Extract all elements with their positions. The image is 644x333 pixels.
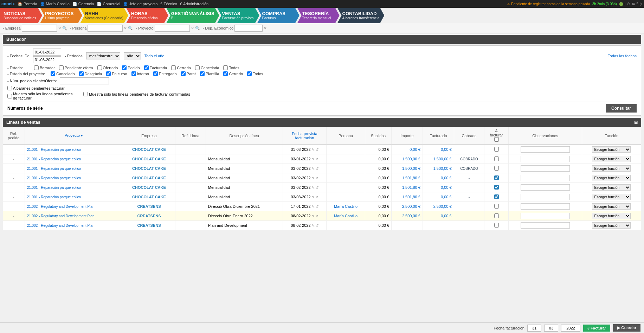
funcion-select[interactable]: Escoger funciónOpción 1Opción 2 <box>592 165 631 172</box>
cell-funcion[interactable]: Escoger funciónOpción 1Opción 2 <box>582 154 641 164</box>
cb-cancelada[interactable]: Cancelada <box>195 65 219 70</box>
nav-comercial[interactable]: 📄 Comercial <box>97 2 120 6</box>
cell-observaciones[interactable] <box>509 164 582 173</box>
col-a-facturar[interactable]: Afacturar <box>484 127 509 145</box>
export-icon[interactable]: ⊞ <box>634 120 638 125</box>
cell-persona[interactable]: María Castillo <box>327 211 365 221</box>
cb-cancelado[interactable]: Cancelado <box>51 71 75 76</box>
cell-a-facturar[interactable] <box>484 211 509 221</box>
nav-administracion[interactable]: € Administración <box>180 2 208 6</box>
cell-empresa[interactable]: CREATSENS <box>123 211 175 221</box>
cb-interno-input[interactable] <box>131 71 136 76</box>
a-facturar-checkbox[interactable] <box>494 185 499 190</box>
col-persona[interactable]: Persona <box>327 127 365 145</box>
tab-gestion[interactable]: GESTIÓN/ANÁLISIS BI <box>166 8 219 23</box>
obs-input[interactable] <box>521 165 570 172</box>
tab-ventas[interactable]: VENTAS Facturación prevista <box>217 8 259 23</box>
nav-jefe[interactable]: 👤 Jefe de proyecto <box>123 2 157 6</box>
obs-input[interactable] <box>521 184 570 191</box>
cell-empresa[interactable]: CHOCOLAT CAKE <box>123 154 175 164</box>
cell-observaciones[interactable] <box>509 202 582 211</box>
proyecto-clear[interactable]: ✕ <box>191 26 194 31</box>
col-funcion[interactable]: Función <box>582 127 641 145</box>
cell-empresa[interactable]: CHOCOLAT CAKE <box>123 173 175 183</box>
cell-observaciones[interactable] <box>509 221 582 230</box>
cb-parat[interactable]: Parat <box>181 71 196 76</box>
col-ref-linea[interactable]: Ref. Línea <box>175 127 206 145</box>
cb-pedido-input[interactable] <box>122 65 127 70</box>
nav-portada[interactable]: 🏠 Portada <box>18 2 37 6</box>
cb-facturada[interactable]: Facturada <box>144 65 167 70</box>
tab-rrhh[interactable]: RRHH Vacaciones (Calendario) <box>80 8 128 23</box>
cell-observaciones[interactable] <box>509 183 582 192</box>
col-importe[interactable]: Importe <box>392 127 423 145</box>
funcion-select[interactable]: Escoger funciónOpción 1Opción 2 <box>592 175 631 181</box>
cb-plantilla[interactable]: Plantilla <box>200 71 219 76</box>
cell-proyecto[interactable]: 21.001 - Reparación parque eolico <box>25 164 123 173</box>
edit-icon[interactable]: ✎ <box>312 176 315 180</box>
col-ref-pedido[interactable]: Ref.pedido <box>3 127 25 145</box>
history-icon[interactable]: ↺ <box>316 176 318 180</box>
col-cobrado[interactable]: Cobrado <box>454 127 484 145</box>
cb-cerrada-input[interactable] <box>171 65 176 70</box>
cb-en-curso-input[interactable] <box>106 71 111 76</box>
cb-facturada-input[interactable] <box>144 65 149 70</box>
cb-pedido[interactable]: Pedido <box>122 65 140 70</box>
funcion-select[interactable]: Escoger funciónOpción 1Opción 2 <box>592 146 631 153</box>
tab-contabilidad[interactable]: CONTABILIDAD Albaranes transferencia <box>337 8 385 23</box>
cb-borrador[interactable]: Borrador <box>34 65 55 70</box>
cell-proyecto[interactable]: 21.001 - Reparación parque eolico <box>25 145 123 154</box>
history-icon[interactable]: ↺ <box>316 205 318 209</box>
empresa-input[interactable] <box>22 25 57 32</box>
nav-gerencia[interactable]: 📄 Gerencia <box>72 2 94 6</box>
cell-funcion[interactable]: Escoger funciónOpción 1Opción 2 <box>582 211 641 221</box>
cell-proyecto[interactable]: 21.001 - Reparación parque eolico <box>25 192 123 202</box>
cb-ofertado[interactable]: Ofertado <box>97 65 118 70</box>
history-icon[interactable]: ↺ <box>316 186 318 190</box>
tab-noticias[interactable]: NOTICIAS Buscador de noticias <box>0 8 42 23</box>
cb-desgracia-input[interactable] <box>79 71 84 76</box>
albaran-checkbox-label[interactable]: Albaranes pendientes facturar <box>7 86 65 90</box>
cb-todos[interactable]: Todos <box>223 65 239 70</box>
cell-funcion[interactable]: Escoger funciónOpción 1Opción 2 <box>582 173 641 183</box>
cell-proyecto[interactable]: 21.002 - Regulatory and Development Plan <box>25 202 123 211</box>
cell-a-facturar[interactable] <box>484 145 509 154</box>
periodo-select[interactable]: mes/trimestre <box>86 52 120 59</box>
edit-icon[interactable]: ✎ <box>312 214 315 218</box>
proyecto-search[interactable]: 🔍 <box>195 26 200 31</box>
cell-proyecto[interactable]: 21.001 - Reparación parque eolico <box>25 154 123 164</box>
cb-entregado[interactable]: Entregado <box>153 71 177 76</box>
funcion-select[interactable]: Escoger funciónOpción 1Opción 2 <box>592 222 631 229</box>
cb-cancelado-input[interactable] <box>51 71 55 76</box>
cell-a-facturar[interactable] <box>484 192 509 202</box>
cell-observaciones[interactable] <box>509 173 582 183</box>
albaran-checkbox[interactable] <box>7 86 12 90</box>
cb-todos-input[interactable] <box>223 65 228 70</box>
cell-empresa[interactable]: CREATSENS <box>123 202 175 211</box>
a-facturar-checkbox[interactable] <box>494 147 499 152</box>
cell-empresa[interactable]: CHOCOLAT CAKE <box>123 183 175 192</box>
obs-input[interactable] <box>521 156 570 162</box>
logo[interactable]: coneix <box>1 1 15 6</box>
obs-input[interactable] <box>521 203 570 210</box>
nav-tecnico[interactable]: € Técnico <box>160 2 177 6</box>
cell-observaciones[interactable] <box>509 192 582 202</box>
col-fecha[interactable]: Fecha previstafacturación <box>283 127 327 145</box>
edit-icon[interactable]: ✎ <box>312 205 315 209</box>
edit-icon[interactable]: ✎ <box>312 148 315 152</box>
obs-input[interactable] <box>521 175 570 181</box>
num-pedido-input[interactable] <box>60 77 109 84</box>
a-facturar-checkbox[interactable] <box>494 194 499 199</box>
cell-empresa[interactable]: CREATSENS <box>123 221 175 230</box>
persona-input[interactable] <box>88 25 123 32</box>
cb-interno[interactable]: Interno <box>131 71 149 76</box>
a-facturar-checkbox[interactable] <box>494 156 499 161</box>
cell-a-facturar[interactable] <box>484 154 509 164</box>
cb-plantilla-input[interactable] <box>200 71 205 76</box>
cb-ofertado-input[interactable] <box>97 65 102 70</box>
tab-proyectos[interactable]: PROYECTOS Ultimo proyecto <box>40 8 82 23</box>
muestra-label[interactable]: Muestra sólo las líneas pendientes de fa… <box>7 92 78 100</box>
history-icon[interactable]: ↺ <box>316 148 318 152</box>
cell-a-facturar[interactable] <box>484 221 509 230</box>
history-icon[interactable]: ↺ <box>316 214 318 218</box>
